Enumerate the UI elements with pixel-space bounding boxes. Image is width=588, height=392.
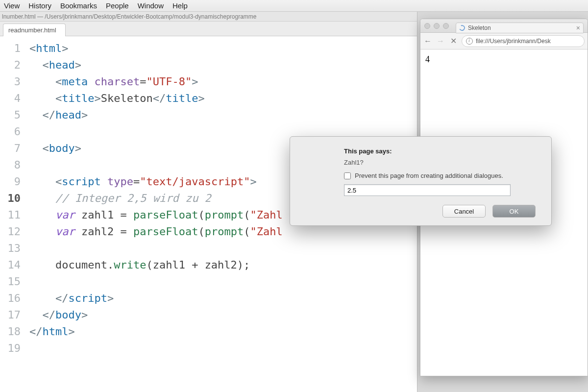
line-number: 17 <box>0 307 21 323</box>
stop-button[interactable]: ✕ <box>449 36 458 46</box>
menu-window[interactable]: Window <box>138 1 164 10</box>
suppress-dialogs-option[interactable]: Prevent this page from creating addition… <box>344 172 536 179</box>
close-icon[interactable] <box>424 23 430 29</box>
line-number: 3 <box>0 74 21 90</box>
dialog-button-row: Cancel OK <box>344 205 536 218</box>
js-prompt-dialog: This page says: Zahl1? Prevent this page… <box>290 136 552 226</box>
back-button[interactable]: ← <box>423 37 432 46</box>
suppress-dialogs-label: Prevent this page from creating addition… <box>355 172 503 179</box>
line-number: 14 <box>0 257 21 273</box>
code-line[interactable]: </body> <box>29 307 417 323</box>
line-number: 2 <box>0 57 21 74</box>
code-line[interactable]: <head> <box>29 57 417 74</box>
line-number: 4 <box>0 90 21 107</box>
page-output-value: 4 <box>425 54 430 64</box>
editor-tabstrip: readnumber.html <box>0 22 417 36</box>
code-line[interactable]: <html> <box>29 40 417 57</box>
line-number: 16 <box>0 290 21 307</box>
dialog-message: Zahl1? <box>344 159 536 166</box>
code-line[interactable] <box>29 240 417 257</box>
tab-close-icon[interactable]: × <box>576 24 580 31</box>
line-number: 11 <box>0 207 21 223</box>
code-line[interactable] <box>29 340 417 357</box>
editor-tab-readnumber[interactable]: readnumber.html <box>3 24 66 36</box>
address-bar[interactable]: file:///Users/jbrinkmann/Desk <box>462 35 585 47</box>
menu-history[interactable]: History <box>28 1 51 10</box>
menu-people[interactable]: People <box>106 1 129 10</box>
line-number: 8 <box>0 157 21 173</box>
code-line[interactable]: var zahl2 = parseFloat(prompt("Zahl <box>29 223 417 240</box>
browser-titlebar: Skeleton × <box>420 19 588 33</box>
window-traffic-lights[interactable] <box>424 23 449 29</box>
line-number: 10 <box>0 190 21 207</box>
line-number: 7 <box>0 140 21 157</box>
zoom-icon[interactable] <box>443 23 449 29</box>
line-number: 13 <box>0 240 21 257</box>
code-line[interactable]: document.write(zahl1 + zahl2); <box>29 257 417 273</box>
forward-button[interactable]: → <box>436 37 445 46</box>
code-line[interactable]: <meta charset="UTF-8"> <box>29 74 417 90</box>
minimize-icon[interactable] <box>434 23 440 29</box>
code-line[interactable] <box>29 273 417 290</box>
favicon-icon <box>458 24 466 31</box>
browser-tab-title: Skeleton <box>468 24 491 31</box>
menu-help[interactable]: Help <box>172 1 188 10</box>
line-number: 19 <box>0 340 21 357</box>
code-line[interactable]: </head> <box>29 107 417 123</box>
cancel-button[interactable]: Cancel <box>442 205 486 218</box>
site-info-icon[interactable] <box>466 38 473 45</box>
line-number: 15 <box>0 273 21 290</box>
editor-title-path: lnumber.html — /Users/jbrinkmann/Desktop… <box>0 12 417 22</box>
line-number: 18 <box>0 323 21 340</box>
suppress-dialogs-checkbox[interactable] <box>344 172 351 179</box>
code-line[interactable]: </script> <box>29 290 417 307</box>
browser-toolbar: ← → ✕ file:///Users/jbrinkmann/Desk <box>420 33 588 49</box>
ok-button[interactable]: OK <box>492 205 536 218</box>
prompt-input[interactable] <box>344 184 511 196</box>
menu-bookmarks[interactable]: Bookmarks <box>60 1 97 10</box>
mac-menubar: View History Bookmarks People Window Hel… <box>0 0 588 12</box>
line-number: 5 <box>0 107 21 123</box>
menu-view[interactable]: View <box>4 1 20 10</box>
address-text: file:///Users/jbrinkmann/Desk <box>476 38 551 45</box>
dialog-title: This page says: <box>344 147 536 155</box>
line-number: 12 <box>0 223 21 240</box>
line-number: 1 <box>0 40 21 57</box>
code-line[interactable]: </html> <box>29 323 417 340</box>
browser-tab-skeleton[interactable]: Skeleton × <box>456 23 584 33</box>
line-number: 6 <box>0 123 21 140</box>
line-number: 9 <box>0 173 21 190</box>
line-number-gutter: 12345678910111213141516171819 <box>0 36 24 392</box>
code-line[interactable]: <title>Skeleton</title> <box>29 90 417 107</box>
